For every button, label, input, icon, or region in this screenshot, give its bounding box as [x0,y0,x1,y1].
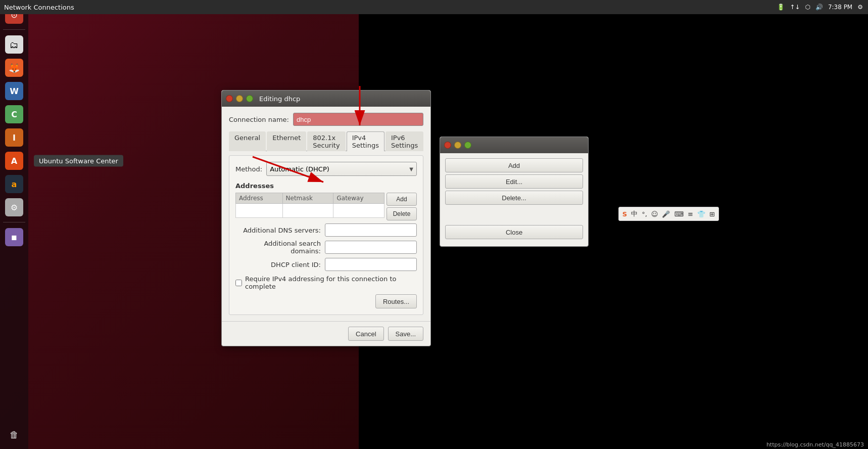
bluetooth-icon: ⬡ [805,4,810,11]
dialog-network-connections: Add Edit... Delete... Close [440,137,589,247]
checkbox-label: Require IPv4 addressing for this connect… [245,275,417,290]
battery-icon: 🔋 [777,4,785,11]
taskbar-icon-firefox[interactable]: 🦊 [4,57,25,78]
ipv4-content: Method: Automatic (DHCP) ▼ Addresses [229,155,423,315]
ime-s[interactable]: S [621,210,629,218]
gateway-cell[interactable] [333,204,384,218]
editing-titlebar: Editing dhcp [222,91,430,107]
taskbar: ⊙ 🗂 🦊 W C I A Ubuntu Software Center a ⚙ [0,0,28,449]
clock: 7:38 PM [828,4,852,11]
addr-add-button[interactable]: Add [387,193,417,206]
topbar-title: Network Connections [4,4,74,11]
editing-title: Editing dhcp [259,95,300,103]
search-row: Additional search domains: [235,240,417,255]
ime-emoji[interactable]: ☺ [650,210,660,218]
taskbar-icon-impress[interactable]: I [4,127,25,148]
conn-name-label: Connection name: [229,116,289,123]
editing-min-btn[interactable] [236,95,243,102]
desktop: Network Connections 🔋 ↑↓ ⬡ 🔊 7:38 PM ⚙ ⊙… [0,0,868,449]
dialog-network-titlebar [440,137,588,153]
url-bar: https://blog.csdn.net/qq_41885673 [762,440,868,449]
ime-bar: S 中 °, ☺ 🎤 ⌨ ≡ 👕 ⊞ [618,207,719,221]
method-select[interactable]: Automatic (DHCP) ▼ [266,162,417,176]
col-address: Address [236,193,283,204]
col-netmask: Netmask [282,193,333,204]
taskbar-icon-calc[interactable]: C [4,104,25,125]
network-close-button[interactable]: Close [445,225,583,239]
address-cell[interactable] [236,204,283,218]
addr-delete-button[interactable]: Delete [387,207,417,220]
routes-row: Routes... [235,294,417,308]
addr-btn-col: Add Delete [387,193,417,220]
tab-ethernet[interactable]: Ethernet [267,131,306,151]
routes-button[interactable]: Routes... [375,294,417,308]
network-close-btn[interactable] [444,142,451,149]
tab-general[interactable]: General [229,131,266,151]
taskbar-icon-screenshot[interactable]: ◼ [4,227,25,248]
editing-close-btn[interactable] [226,95,233,102]
network-icon: ↑↓ [790,4,800,11]
taskbar-separator-2 [3,222,26,222]
taskbar-icon-store[interactable]: A Ubuntu Software Center [4,150,25,171]
ipv4-required-checkbox[interactable] [235,280,242,286]
ime-mic[interactable]: 🎤 [660,210,671,218]
taskbar-icon-trash[interactable]: 🗑 [4,424,25,445]
method-dropdown-arrow: ▼ [409,166,413,172]
tab-ipv6[interactable]: IPv6 Settings [385,131,423,151]
tab-8021x[interactable]: 802.1x Security [307,131,345,151]
conn-name-input[interactable] [293,113,423,126]
network-max-btn[interactable] [464,142,471,149]
col-gateway: Gateway [333,193,384,204]
conn-name-row: Connection name: [229,113,423,126]
cancel-button[interactable]: Cancel [348,327,383,341]
dns-input[interactable] [325,223,417,237]
netmask-cell[interactable] [282,204,333,218]
save-button[interactable]: Save... [388,327,423,341]
taskbar-separator [3,29,26,30]
dns-label: Additional DNS servers: [235,227,321,234]
taskbar-icon-writer[interactable]: W [4,80,25,102]
address-row-1 [236,204,384,218]
ime-punctuation[interactable]: °, [640,210,649,218]
dialog-footer: Cancel Save... [222,321,430,346]
addresses-grid: Address Netmask Gateway [235,193,384,220]
dhcp-input[interactable] [325,258,417,271]
addresses-wrapper: Address Netmask Gateway [235,193,417,220]
network-conn-body: Add Edit... Delete... Close [440,153,588,246]
taskbar-icon-files[interactable]: 🗂 [4,34,25,55]
ime-keyboard[interactable]: ⌨ [672,210,685,218]
dialog-editing-dhcp: Editing dhcp Connection name: General Et… [221,90,431,346]
checkbox-row: Require IPv4 addressing for this connect… [235,275,417,290]
topbar: Network Connections 🔋 ↑↓ ⬡ 🔊 7:38 PM ⚙ [0,0,868,14]
search-label: Additional search domains: [235,240,321,255]
method-label: Method: [235,165,262,173]
addresses-table: Address Netmask Gateway [235,193,384,218]
ime-skin[interactable]: 👕 [696,210,707,218]
addresses-label: Addresses [235,182,417,190]
network-min-btn[interactable] [454,142,461,149]
editing-body: Connection name: General Ethernet 802.1x… [222,107,430,321]
topbar-right: 🔋 ↑↓ ⬡ 🔊 7:38 PM ⚙ [776,0,864,14]
editing-max-btn[interactable] [246,95,253,102]
tabs: General Ethernet 802.1x Security IPv4 Se… [229,131,423,151]
dhcp-label: DHCP client ID: [235,261,321,268]
tab-ipv4[interactable]: IPv4 Settings [347,131,384,151]
method-value: Automatic (DHCP) [270,165,329,173]
ime-chinese[interactable]: 中 [630,209,639,218]
dhcp-row: DHCP client ID: [235,258,417,271]
taskbar-icon-settings[interactable]: ⚙ [4,197,25,218]
network-add-button[interactable]: Add [445,158,583,172]
network-delete-button[interactable]: Delete... [445,191,583,205]
ime-menu[interactable]: ≡ [686,210,695,218]
network-edit-button[interactable]: Edit... [445,174,583,189]
dns-row: Additional DNS servers: [235,223,417,237]
volume-icon: 🔊 [815,4,823,11]
taskbar-icon-amazon[interactable]: a [4,173,25,195]
settings-icon[interactable]: ⚙ [857,4,863,11]
search-input[interactable] [325,241,417,254]
method-row: Method: Automatic (DHCP) ▼ [235,162,417,176]
ime-grid[interactable]: ⊞ [708,210,716,218]
